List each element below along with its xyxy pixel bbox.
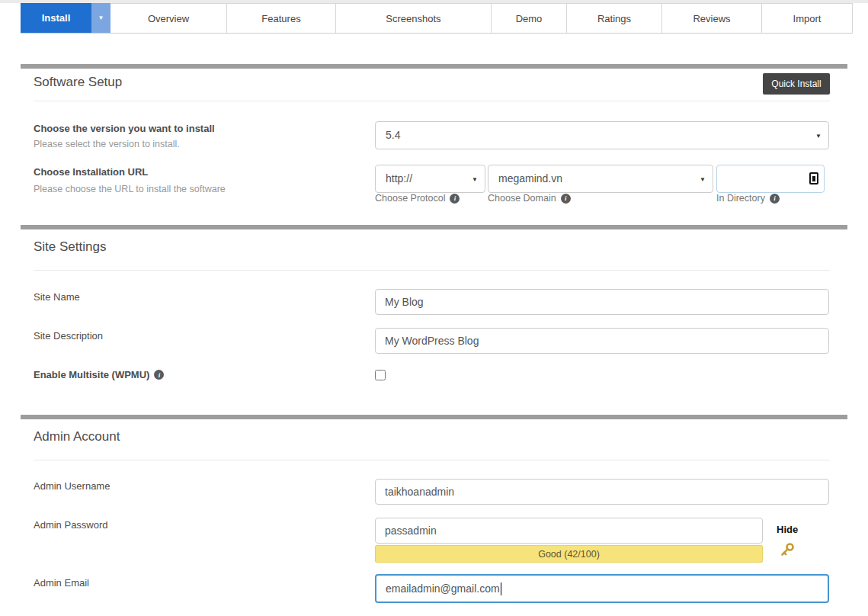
tab-reviews-label: Reviews: [693, 13, 730, 24]
text-cursor: [501, 582, 501, 595]
tab-reviews[interactable]: Reviews: [662, 3, 762, 33]
protocol-caption-label: Choose Protocol: [375, 193, 445, 204]
admin-email-label: Admin Email: [34, 577, 89, 589]
protocol-select[interactable]: http:// ▼: [375, 165, 485, 193]
protocol-select-value: http://: [386, 172, 412, 184]
tab-ratings[interactable]: Ratings: [567, 3, 662, 33]
admin-password-input[interactable]: [375, 518, 763, 544]
password-strength-bar: Good (42/100): [375, 545, 763, 563]
site-description-input[interactable]: [375, 328, 829, 354]
tab-install-dropdown[interactable]: ▼: [91, 3, 111, 33]
tab-ratings-label: Ratings: [597, 13, 631, 24]
section-divider-bar: [21, 225, 847, 229]
info-icon[interactable]: i: [154, 370, 164, 380]
admin-username-label: Admin Username: [34, 480, 110, 492]
info-icon[interactable]: i: [450, 194, 460, 204]
chevron-down-icon: ▼: [815, 133, 822, 140]
quick-install-button[interactable]: Quick Install: [763, 73, 830, 95]
url-field-help: Please choose the URL to install the sof…: [34, 184, 226, 194]
directory-caption-label: In Directory: [716, 193, 765, 204]
tab-screenshots-label: Screenshots: [386, 13, 440, 24]
site-name-input[interactable]: [375, 289, 829, 315]
section-divider-bar: [21, 415, 847, 419]
password-strength-label: Good (42/100): [538, 549, 600, 560]
tab-install-label: Install: [42, 12, 71, 24]
site-settings-title: Site Settings: [34, 239, 106, 255]
multisite-label-row: Enable Multisite (WPMU) i: [34, 369, 164, 380]
admin-account-title: Admin Account: [34, 429, 120, 444]
tab-demo[interactable]: Demo: [492, 3, 567, 33]
protocol-caption: Choose Protocol i: [375, 193, 460, 204]
multisite-checkbox[interactable]: [375, 370, 386, 380]
tab-install[interactable]: Install: [21, 3, 91, 33]
autofill-icon[interactable]: [809, 172, 818, 184]
section-rule: [34, 460, 830, 460]
directory-input[interactable]: [716, 165, 825, 193]
software-tab-bar: Install ▼ Overview Features Screenshots …: [21, 3, 853, 34]
tab-features-label: Features: [261, 13, 300, 24]
info-icon[interactable]: i: [770, 194, 780, 204]
domain-caption-label: Choose Domain: [488, 193, 556, 204]
tab-import-label: Import: [793, 13, 822, 24]
version-field-label: Choose the version you want to install: [34, 123, 215, 134]
admin-email-value: emailadmin@gmail.com: [386, 582, 500, 595]
version-select-value: 5.4: [386, 129, 400, 141]
tab-import[interactable]: Import: [762, 3, 853, 33]
info-icon[interactable]: i: [561, 194, 571, 204]
tab-demo-label: Demo: [516, 13, 543, 24]
software-setup-title: Software Setup: [34, 75, 122, 90]
admin-password-label: Admin Password: [34, 519, 108, 531]
admin-email-input[interactable]: emailadmin@gmail.com: [375, 574, 829, 603]
site-name-label: Site Name: [34, 291, 80, 303]
version-field-help: Please select the version to install.: [34, 139, 180, 149]
version-select[interactable]: 5.4 ▼: [375, 121, 829, 149]
url-field-label: Choose Installation URL: [34, 166, 148, 178]
domain-select[interactable]: megamind.vn ▼: [488, 165, 713, 193]
domain-select-value: megamind.vn: [498, 172, 562, 184]
section-rule: [34, 270, 830, 271]
multisite-label: Enable Multisite (WPMU): [34, 369, 149, 380]
tab-overview[interactable]: Overview: [111, 3, 227, 33]
admin-username-input[interactable]: [375, 479, 829, 505]
directory-caption: In Directory i: [716, 193, 780, 204]
generate-password-key-icon[interactable]: [777, 541, 796, 563]
section-rule: [34, 101, 830, 101]
tab-overview-label: Overview: [148, 13, 189, 24]
chevron-down-icon: ▼: [98, 14, 104, 21]
domain-caption: Choose Domain i: [488, 193, 571, 204]
chevron-down-icon: ▼: [700, 176, 706, 183]
hide-password-button[interactable]: Hide: [777, 524, 798, 535]
chevron-down-icon: ▼: [472, 176, 478, 183]
site-description-label: Site Description: [34, 330, 103, 342]
tab-features[interactable]: Features: [227, 3, 336, 33]
tab-screenshots[interactable]: Screenshots: [336, 3, 492, 33]
section-divider-bar: [21, 64, 847, 69]
